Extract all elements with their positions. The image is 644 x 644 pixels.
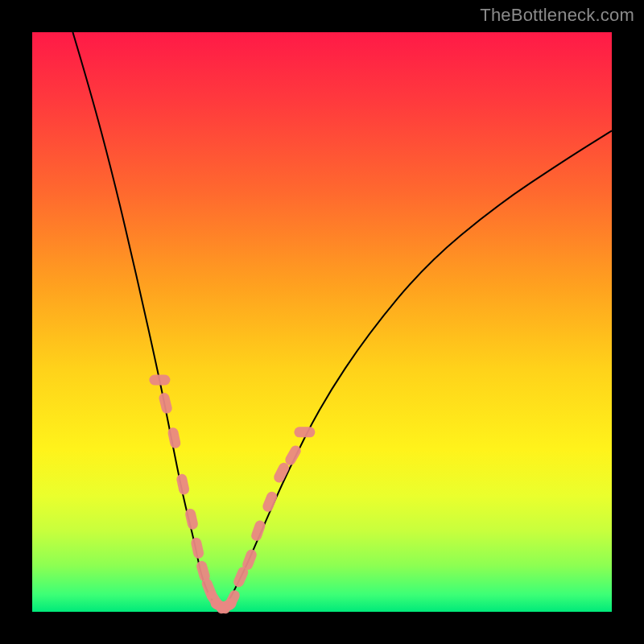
- highlight-marker: [184, 508, 199, 530]
- watermark-text: TheBottleneck.com: [480, 5, 634, 26]
- highlight-marker: [149, 375, 170, 386]
- highlight-marker: [175, 473, 190, 496]
- highlight-marker: [158, 392, 173, 415]
- highlight-marker: [190, 537, 204, 559]
- highlight-marker: [261, 490, 279, 514]
- highlight-markers: [149, 375, 315, 616]
- highlight-marker: [294, 427, 315, 437]
- highlight-marker: [167, 427, 181, 449]
- bottleneck-curve: [72, 32, 612, 606]
- chart-frame: TheBottleneck.com: [0, 0, 644, 644]
- plot-area: [32, 32, 612, 612]
- curve-layer: [32, 32, 612, 612]
- highlight-marker: [250, 519, 266, 543]
